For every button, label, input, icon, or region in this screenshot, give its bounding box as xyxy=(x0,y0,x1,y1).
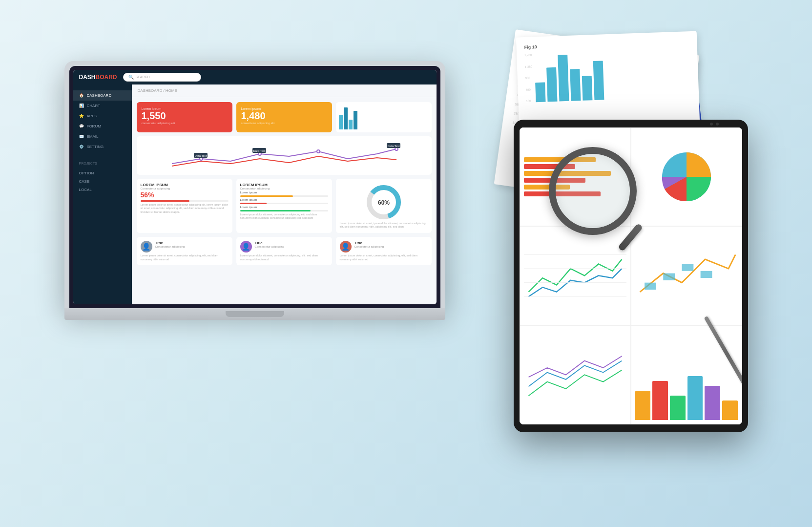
progress-bar-2c xyxy=(240,210,311,211)
info-text-2: Lorem ipsum dolor sit amet, consectetur … xyxy=(240,213,328,220)
user-avatar-2: 👤 xyxy=(240,241,252,253)
user-name-2: Title xyxy=(255,241,285,245)
sidebar-project-case[interactable]: CASE xyxy=(79,177,126,186)
laptop-notch xyxy=(226,311,284,317)
search-icon: 🔍 xyxy=(128,75,134,80)
sidebar-nav: 🏠 DASHBOARD 📊 CHART ⭐ APPS xyxy=(73,90,132,152)
line-chart-svg: Data Text Data Text Data Text xyxy=(140,139,429,171)
sidebar-projects: PROJECTS OPTION CASE LOCAL xyxy=(73,162,132,194)
star-icon: ⭐ xyxy=(79,114,84,118)
stat-value-1: 1,550 xyxy=(142,110,228,122)
svg-rect-19 xyxy=(645,283,656,290)
content-area: Lorem ipsum 1,550 consectetur adipiscing… xyxy=(132,97,437,271)
stat-card-red: Lorem ipsum 1,550 consectetur adipiscing… xyxy=(137,102,232,132)
info-sublabel-c: Lorem ipsum xyxy=(240,206,328,209)
svg-text:Data Text: Data Text xyxy=(253,149,266,152)
line-chart-card: Data Text Data Text Data Text xyxy=(137,136,432,175)
sidebar-logo: DASHBOARD xyxy=(79,74,117,81)
svg-text:Data Text: Data Text xyxy=(387,145,400,148)
email-icon: ✉️ xyxy=(79,134,84,139)
tablet-screen xyxy=(520,127,742,424)
user-subtitle-2: Consectetur adipiscing xyxy=(255,245,285,248)
magnifier xyxy=(549,147,637,235)
user-text-3: Lorem ipsum dolor sit amet, consectetur … xyxy=(340,254,428,261)
info-percent-1: 56% xyxy=(141,191,229,199)
svg-rect-21 xyxy=(682,264,693,271)
user-subtitle-3: Consectetur adipiscing xyxy=(354,245,384,248)
user-avatar-3: 👤 xyxy=(340,241,352,253)
tablet-vertical-bars xyxy=(631,325,742,424)
stat-value-2: 1,480 xyxy=(241,110,327,122)
user-text-2: Lorem ipsum dolor sit amet, consectetur … xyxy=(240,254,328,261)
sidebar-item-dashboard[interactable]: 🏠 DASHBOARD xyxy=(73,90,132,101)
sidebar-project-local[interactable]: LOCAL xyxy=(79,186,126,194)
tablet xyxy=(514,120,748,432)
laptop-base xyxy=(64,308,445,320)
sidebar-item-setting[interactable]: ⚙️ SETTING xyxy=(73,142,132,152)
mini-bar-card xyxy=(336,102,432,132)
gear-icon: ⚙️ xyxy=(79,145,84,149)
projects-label: PROJECTS xyxy=(79,162,126,165)
info-sublabel-a: Lorem ipsum xyxy=(240,191,328,194)
donut-text: Lorem ipsum dolor sit amet, ipsum dolor … xyxy=(340,222,428,229)
tablet-line-chart xyxy=(520,226,631,325)
svg-rect-22 xyxy=(700,271,712,278)
stat-label-2: Lorem ipsum xyxy=(241,107,327,110)
main-content: DASHBOARD / HOME Lorem ipsum 1,550 conse… xyxy=(132,84,437,304)
user-avatar-1: 👤 xyxy=(141,241,152,253)
laptop-screen: DASHBOARD 🔍 SEARCH 🏠 xyxy=(73,70,437,304)
home-icon: 🏠 xyxy=(79,93,84,98)
svg-text:60%: 60% xyxy=(377,199,389,206)
stat-sublabel-1: consectetur adipiscing elit xyxy=(142,122,228,125)
progress-bar-2a xyxy=(240,195,293,197)
top-bar: DASHBOARD / HOME xyxy=(132,84,437,97)
donut-svg: 60% xyxy=(364,183,403,222)
info-text-1: Lorem ipsum dolor sit amet, consectetur … xyxy=(141,203,229,214)
progress-bar-2b xyxy=(240,203,267,204)
user-subtitle-1: Consectetur adipiscing xyxy=(155,245,185,248)
user-card-1: 👤 Title Consectetur adipiscing Lorem ips… xyxy=(137,237,232,265)
svg-text:Data Text: Data Text xyxy=(194,154,207,157)
stat-sublabel-2: consectetur adipiscing elit xyxy=(241,122,327,125)
info-subtitle-2: Consectetur adipiscing xyxy=(240,187,328,190)
dashboard-layout: 🏠 DASHBOARD 📊 CHART ⭐ APPS xyxy=(73,84,437,304)
sidebar-project-option[interactable]: OPTION xyxy=(79,169,126,177)
tablet-camera xyxy=(710,123,719,126)
user-name-1: Title xyxy=(155,241,185,245)
info-title-1: LOREM IPSUM xyxy=(141,183,229,187)
chart-icon: 📊 xyxy=(79,104,84,108)
user-name-3: Title xyxy=(354,241,384,245)
user-text-1: Lorem ipsum dolor sit amet, consectetur … xyxy=(141,254,229,261)
tablet-scatter-chart xyxy=(631,226,742,325)
info-title-2: LOREM IPSUM xyxy=(240,183,328,187)
sidebar-item-forum[interactable]: 💬 FORUM xyxy=(73,121,132,131)
stat-label-1: Lorem ipsum xyxy=(142,107,228,110)
logo-board: BOARD xyxy=(96,74,117,81)
sidebar-item-apps[interactable]: ⭐ APPS xyxy=(73,111,132,121)
search-box[interactable]: 🔍 SEARCH xyxy=(123,73,201,82)
user-card-2: 👤 Title Consectetur adipiscing Lorem ips… xyxy=(236,237,332,265)
laptop: DASHBOARD 🔍 SEARCH 🏠 xyxy=(64,61,445,320)
camera-dot-1 xyxy=(710,123,713,126)
tablet-pie-chart xyxy=(631,127,742,227)
sidebar-item-chart[interactable]: 📊 CHART xyxy=(73,101,132,111)
donut-card: 60% Lorem ipsum dolor sit amet, ipsum do… xyxy=(336,179,432,233)
sidebar: 🏠 DASHBOARD 📊 CHART ⭐ APPS xyxy=(73,84,132,304)
stat-card-orange: Lorem ipsum 1,480 consectetur adipiscing… xyxy=(236,102,332,132)
search-placeholder: SEARCH xyxy=(136,75,150,79)
user-card-3: 👤 Title Consectetur adipiscing Lorem ips… xyxy=(336,237,432,265)
camera-dot-2 xyxy=(716,123,719,126)
info-card-2: LOREM IPSUM Consectetur adipiscing Lorem… xyxy=(236,179,332,233)
info-sublabel-b: Lorem ipsum xyxy=(240,198,328,201)
breadcrumb: DASHBOARD / HOME xyxy=(138,88,177,93)
info-subtitle-1: Consectetur adipiscing xyxy=(141,187,229,190)
progress-bar-1 xyxy=(141,200,190,202)
svg-rect-20 xyxy=(663,274,675,280)
info-card-1: LOREM IPSUM Consectetur adipiscing 56% L… xyxy=(137,179,232,233)
chat-icon: 💬 xyxy=(79,124,84,128)
logo-dash: DASH xyxy=(79,74,96,81)
tablet-multi-line-chart xyxy=(520,325,631,424)
svg-point-2 xyxy=(317,150,320,153)
sidebar-item-email[interactable]: ✉️ EMAIL xyxy=(73,131,132,142)
scene: Fig 10 1,7801,5801,3801,1809807805803801… xyxy=(64,32,748,496)
